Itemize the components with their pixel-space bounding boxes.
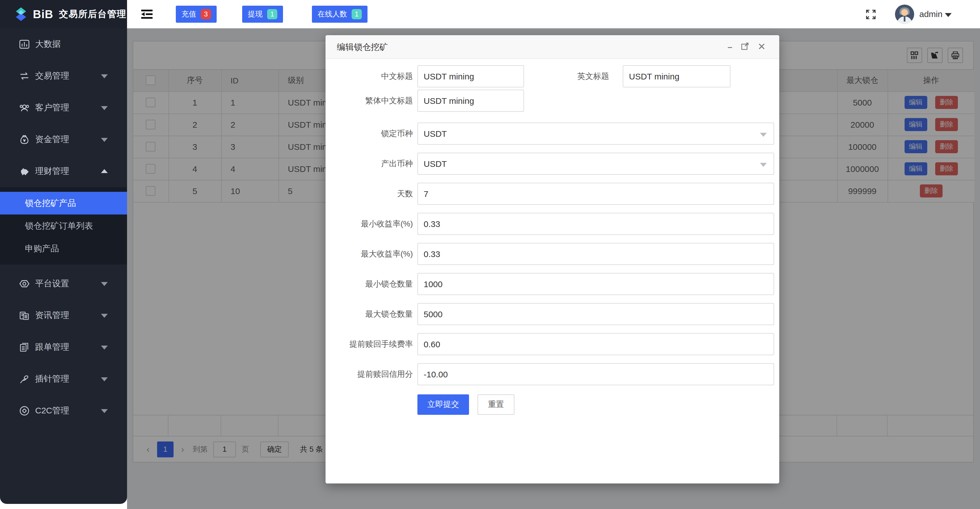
copy-docs-icon bbox=[19, 342, 30, 353]
min-rate-label: 最小收益率(%) bbox=[326, 213, 413, 235]
chevron-down-icon bbox=[101, 409, 108, 413]
wealth-submenu: 锁仓挖矿产品 锁仓挖矿订单列表 申购产品 bbox=[0, 187, 127, 265]
chevron-down-icon bbox=[101, 314, 108, 318]
max-rate-input[interactable] bbox=[417, 243, 774, 265]
lock-coin-select[interactable]: USDT bbox=[417, 123, 774, 145]
logo-block: BiB 交易所后台管理 bbox=[0, 0, 127, 29]
submit-button[interactable]: 立即提交 bbox=[417, 394, 469, 415]
chart-icon bbox=[19, 39, 30, 49]
sidebar: 大数据 交易管理 客户管理 bbox=[0, 29, 127, 509]
close-icon[interactable]: ✕ bbox=[757, 42, 767, 52]
reset-button[interactable]: 重置 bbox=[477, 394, 514, 415]
sidebar-item-wealth[interactable]: 理财管理 bbox=[0, 155, 127, 187]
sidebar-item-pin[interactable]: 插针管理 bbox=[0, 363, 127, 395]
withdraw-count-badge: 1 bbox=[267, 9, 277, 19]
user-menu-caret-icon bbox=[945, 13, 951, 17]
news-icon bbox=[19, 310, 30, 321]
days-label: 天数 bbox=[326, 183, 413, 205]
minimize-icon[interactable]: – bbox=[725, 42, 735, 52]
sidebar-item-trade[interactable]: 交易管理 bbox=[0, 60, 127, 92]
redeem-fee-label: 提前赎回手续费率 bbox=[326, 333, 413, 355]
coin-icon bbox=[19, 406, 30, 416]
chevron-down-icon bbox=[101, 282, 108, 286]
min-lock-label: 最小锁仓数量 bbox=[326, 273, 413, 295]
sidebar-item-customers[interactable]: 客户管理 bbox=[0, 92, 127, 124]
chevron-up-icon bbox=[101, 169, 108, 173]
user-avatar[interactable] bbox=[895, 5, 914, 24]
max-lock-label: 最大锁仓数量 bbox=[326, 303, 413, 325]
chevron-down-icon bbox=[101, 106, 108, 110]
platform-icon bbox=[19, 279, 30, 289]
maximize-icon[interactable] bbox=[741, 42, 751, 52]
exchange-icon bbox=[19, 71, 30, 81]
sidebar-item-news[interactable]: 资讯管理 bbox=[0, 300, 127, 331]
chevron-down-icon bbox=[101, 138, 108, 142]
top-header: BiB 交易所后台管理 充值 3 提现 1 在线人数 1 bbox=[0, 0, 980, 29]
lock-coin-label: 锁定币种 bbox=[326, 123, 413, 145]
select-caret-icon bbox=[760, 163, 767, 167]
withdraw-button[interactable]: 提现 1 bbox=[242, 6, 283, 23]
fullscreen-icon[interactable] bbox=[866, 10, 876, 19]
username[interactable]: admin bbox=[919, 0, 943, 29]
max-lock-input[interactable] bbox=[417, 303, 774, 325]
online-users-button[interactable]: 在线人数 1 bbox=[312, 6, 368, 23]
max-rate-label: 最大收益率(%) bbox=[326, 243, 413, 265]
chevron-down-icon bbox=[101, 74, 108, 78]
recharge-button[interactable]: 充值 3 bbox=[176, 6, 216, 23]
sidebar-subitem-lock-mining-products[interactable]: 锁仓挖矿产品 bbox=[0, 192, 127, 214]
sidebar-item-platform-settings[interactable]: 平台设置 bbox=[0, 268, 127, 300]
en-title-input[interactable] bbox=[623, 65, 730, 88]
pin-icon bbox=[19, 374, 30, 384]
redeem-credit-label: 提前赎回信用分 bbox=[326, 363, 413, 385]
redeem-credit-input[interactable] bbox=[417, 363, 774, 385]
sidebar-item-funds[interactable]: 资金管理 bbox=[0, 124, 127, 155]
sidebar-item-c2c[interactable]: C2C管理 bbox=[0, 395, 127, 427]
sidebar-item-copy-trading[interactable]: 跟单管理 bbox=[0, 331, 127, 363]
zh-title-label: 中文标题 bbox=[326, 65, 413, 88]
tw-title-input[interactable] bbox=[417, 90, 524, 112]
app-title: 交易所后台管理 bbox=[59, 8, 126, 20]
logo-text: BiB bbox=[33, 8, 53, 21]
select-caret-icon bbox=[760, 133, 767, 137]
zh-title-input[interactable] bbox=[417, 65, 524, 88]
edit-lock-mining-modal: 编辑锁仓挖矿 – ✕ 中文标题 英文标题 繁体中文标题 锁定币种 USDT bbox=[326, 35, 779, 483]
sidebar-item-bigdata[interactable]: 大数据 bbox=[0, 29, 127, 60]
piggybank-icon bbox=[19, 166, 30, 177]
output-coin-select[interactable]: USDT bbox=[417, 153, 774, 175]
online-count-badge: 1 bbox=[352, 9, 362, 19]
modal-header: 编辑锁仓挖矿 – ✕ bbox=[326, 35, 779, 59]
en-title-label: 英文标题 bbox=[525, 65, 609, 88]
tw-title-label: 繁体中文标题 bbox=[326, 90, 413, 112]
bib-logo-icon bbox=[14, 7, 29, 22]
users-icon bbox=[19, 103, 30, 113]
chevron-down-icon bbox=[101, 346, 108, 349]
recharge-count-badge: 3 bbox=[201, 9, 211, 19]
min-lock-input[interactable] bbox=[417, 273, 774, 295]
min-rate-input[interactable] bbox=[417, 213, 774, 235]
chevron-down-icon bbox=[101, 377, 108, 381]
moneybag-icon bbox=[19, 134, 30, 145]
sidebar-subitem-subscribe-products[interactable]: 申购产品 bbox=[0, 237, 127, 260]
sidebar-subitem-lock-mining-orders[interactable]: 锁仓挖矿订单列表 bbox=[0, 214, 127, 237]
modal-title: 编辑锁仓挖矿 bbox=[337, 35, 388, 59]
days-input[interactable] bbox=[417, 183, 774, 205]
output-coin-label: 产出币种 bbox=[326, 153, 413, 175]
admin-app: BiB 交易所后台管理 充值 3 提现 1 在线人数 1 bbox=[0, 0, 980, 509]
redeem-fee-input[interactable] bbox=[417, 333, 774, 355]
sidebar-collapse-icon[interactable] bbox=[140, 8, 154, 21]
